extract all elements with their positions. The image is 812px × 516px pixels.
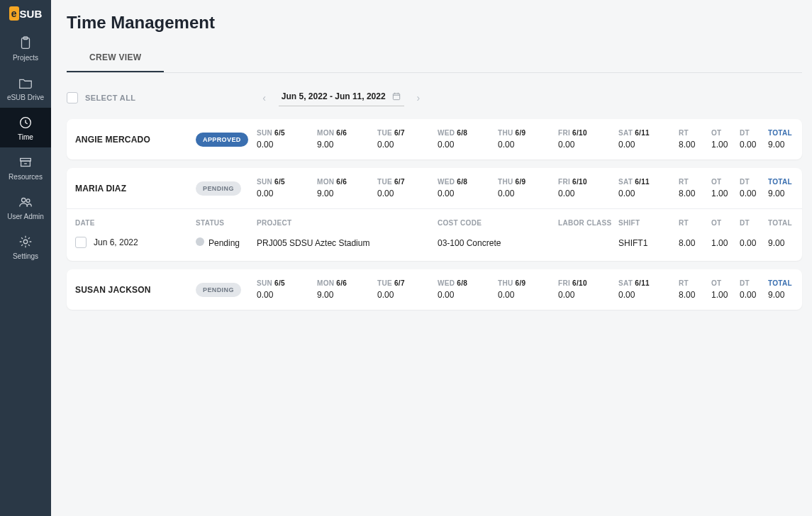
sum-col: RT 8.00 (679, 129, 711, 150)
nav-label: User Admin (7, 213, 44, 220)
nav-time[interactable]: Time (0, 108, 51, 147)
detail-header: DT (740, 219, 768, 227)
detail-checkbox[interactable] (75, 237, 87, 248)
sum-col: OT 1.00 (711, 129, 740, 150)
sum-val: 9.00 (768, 189, 809, 198)
day-hours: 9.00 (317, 140, 377, 150)
day-label: THU 6/9 (498, 129, 558, 137)
status-cell: APPROVED (196, 133, 257, 147)
svg-rect-9 (393, 94, 399, 100)
sum-val: 0.00 (740, 290, 768, 300)
sum-head: TOTAL (768, 129, 809, 137)
sum-head: OT (711, 178, 740, 186)
day-hours: 9.00 (317, 290, 377, 300)
day-hours: 0.00 (438, 189, 498, 198)
nav-label: Projects (13, 54, 38, 62)
day-label: WED 6/8 (438, 178, 498, 186)
sum-col: TOTAL 9.00 (768, 129, 809, 150)
svg-point-8 (23, 240, 28, 244)
nav-user-admin[interactable]: User Admin (0, 187, 51, 227)
day-hours: 0.00 (558, 189, 618, 198)
detail-header-row: DATE STATUS PROJECT COST CODE LABOR CLAS… (67, 208, 802, 230)
tab-crew-view[interactable]: CREW VIEW (67, 45, 164, 72)
day-cell: WED 6/8 0.00 (438, 129, 498, 150)
day-hours: 0.00 (498, 189, 558, 198)
detail-rt: 8.00 (679, 238, 711, 248)
detail-status: Pending (196, 237, 257, 248)
day-hours: 0.00 (618, 290, 679, 300)
day-cell: SUN 6/5 0.00 (257, 279, 317, 300)
sum-col: DT 0.00 (740, 178, 768, 198)
status-dot-icon (196, 237, 204, 246)
day-hours: 0.00 (257, 290, 317, 300)
day-label: TUE 6/7 (377, 129, 438, 137)
day-cell: FRI 6/10 0.00 (558, 178, 618, 198)
tabs: CREW VIEW (67, 45, 802, 73)
day-cell: SAT 6/11 0.00 (618, 129, 679, 150)
sidebar: e SUB Projects eSUB Drive Time Resources… (0, 0, 51, 516)
day-label: SAT 6/11 (618, 279, 679, 287)
day-hours: 0.00 (257, 140, 317, 150)
nav-drive[interactable]: eSUB Drive (0, 68, 51, 108)
day-hours: 0.00 (377, 290, 438, 300)
status-cell: PENDING (196, 181, 257, 196)
day-hours: 0.00 (377, 189, 438, 198)
sum-head: RT (679, 178, 711, 186)
nav-projects[interactable]: Projects (0, 28, 51, 68)
day-label: SUN 6/5 (257, 129, 317, 137)
svg-point-7 (26, 198, 30, 202)
day-label: SUN 6/5 (257, 178, 317, 186)
select-all[interactable]: SELECT ALL (67, 92, 135, 103)
day-label: SUN 6/5 (257, 279, 317, 287)
detail-header: PROJECT (257, 219, 438, 227)
detail-header: SHIFT (618, 219, 679, 227)
crew-summary-row[interactable]: MARIA DIAZ PENDING SUN 6/5 0.00 MON 6/6 … (67, 168, 802, 208)
day-hours: 0.00 (438, 140, 498, 150)
day-hours: 0.00 (377, 140, 438, 150)
toolbar: SELECT ALL ‹ Jun 5, 2022 - Jun 11, 2022 … (67, 89, 802, 106)
day-hours: 0.00 (558, 140, 618, 150)
day-cell: WED 6/8 0.00 (438, 279, 498, 300)
select-all-checkbox[interactable] (67, 92, 78, 103)
sum-val: 0.00 (740, 189, 768, 198)
sum-col: RT 8.00 (679, 279, 711, 300)
crew-card: SUSAN JACKSON PENDING SUN 6/5 0.00 MON 6… (67, 269, 802, 310)
crew-name: SUSAN JACKSON (75, 285, 196, 295)
detail-project: PRJ005 SDSU Aztec Stadium (257, 238, 438, 248)
detail-body-row[interactable]: Jun 6, 2022 Pending PRJ005 SDSU Aztec St… (67, 230, 802, 261)
sum-col: OT 1.00 (711, 178, 740, 198)
day-label: WED 6/8 (438, 279, 498, 287)
main-content: Time Management CREW VIEW SELECT ALL ‹ J… (51, 0, 812, 516)
status-badge: APPROVED (196, 133, 248, 147)
detail-header: OT (711, 219, 740, 227)
sum-val: 0.00 (740, 140, 768, 150)
day-hours: 0.00 (618, 189, 679, 198)
day-cell: SAT 6/11 0.00 (618, 178, 679, 198)
sum-col: DT 0.00 (740, 279, 768, 300)
nav-settings[interactable]: Settings (0, 227, 51, 267)
nav-resources[interactable]: Resources (0, 147, 51, 187)
crew-summary-row[interactable]: SUSAN JACKSON PENDING SUN 6/5 0.00 MON 6… (67, 269, 802, 310)
day-label: MON 6/6 (317, 129, 377, 137)
sum-val: 8.00 (679, 290, 711, 300)
nav-label: Time (18, 133, 33, 141)
sum-val: 1.00 (711, 189, 740, 198)
detail-header: STATUS (196, 219, 257, 227)
sum-col: TOTAL 9.00 (768, 178, 809, 198)
day-label: FRI 6/10 (558, 178, 618, 186)
day-label: THU 6/9 (498, 279, 558, 287)
status-cell: PENDING (196, 283, 257, 297)
sum-val: 9.00 (768, 140, 809, 150)
day-cell: THU 6/9 0.00 (498, 279, 558, 300)
sum-head: RT (679, 279, 711, 287)
svg-point-6 (22, 198, 26, 202)
sum-val: 8.00 (679, 189, 711, 198)
day-cell: SUN 6/5 0.00 (257, 178, 317, 198)
day-cell: TUE 6/7 0.00 (377, 279, 438, 300)
date-range-input[interactable]: Jun 5, 2022 - Jun 11, 2022 (279, 89, 404, 106)
crew-name: ANGIE MERCADO (75, 135, 196, 145)
prev-week-button[interactable]: ‹ (260, 89, 269, 106)
next-week-button[interactable]: › (414, 89, 423, 106)
detail-dt: 0.00 (740, 238, 768, 248)
crew-summary-row[interactable]: ANGIE MERCADO APPROVED SUN 6/5 0.00 MON … (67, 119, 802, 159)
